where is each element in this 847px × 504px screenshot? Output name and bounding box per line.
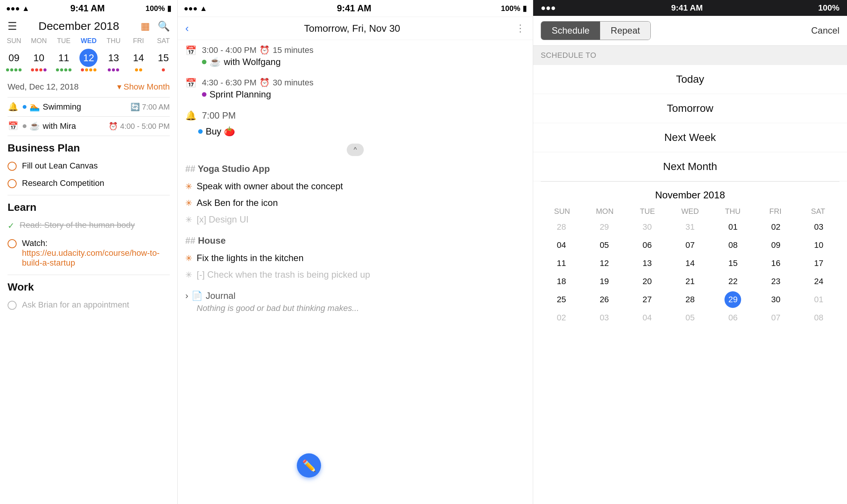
day-11[interactable]: 11: [51, 47, 76, 74]
mini-day[interactable]: 12: [596, 255, 613, 272]
sat-label: SAT: [797, 207, 839, 216]
signal-icon-1: ●●●: [6, 4, 20, 13]
mini-day[interactable]: 24: [810, 273, 827, 290]
task-watch[interactable]: Watch: https://eu.udacity.com/course/how…: [0, 235, 177, 272]
mini-day[interactable]: 21: [682, 273, 698, 290]
status-right-2: 100% ▮: [501, 4, 527, 13]
wifi-icon-1: ▲: [22, 4, 29, 13]
next-month-option[interactable]: Next Month: [533, 152, 847, 181]
event-sprint[interactable]: 📅 4:30 - 6:30 PM ⏰ 30 minutes Sprint Pla…: [178, 73, 533, 105]
agenda-swimming[interactable]: 🔔 🏊 Swimming 🔄 7:00 AM: [0, 97, 177, 116]
day-9[interactable]: 09: [2, 47, 26, 74]
mini-day[interactable]: 29: [596, 219, 613, 235]
mini-day[interactable]: 03: [596, 309, 613, 326]
todo-ask-ben[interactable]: ✳ Ask Ben for the icon: [185, 195, 525, 211]
back-button[interactable]: ‹: [185, 22, 189, 34]
task-research[interactable]: Research Competition: [0, 175, 177, 192]
mini-day[interactable]: 07: [682, 237, 698, 254]
mini-day[interactable]: 02: [553, 309, 570, 326]
mini-day[interactable]: 01: [724, 219, 741, 235]
task-read[interactable]: ✓ Read: Story of the human body: [0, 216, 177, 235]
mini-day[interactable]: 15: [724, 255, 741, 272]
coffee-emoji-1: ☕: [209, 57, 221, 67]
mini-day[interactable]: 30: [768, 291, 784, 308]
day-12[interactable]: 12: [76, 47, 101, 74]
show-month-button[interactable]: ▾ Show Month: [117, 82, 170, 92]
todo-speak[interactable]: ✳ Speak with owner about the concept: [185, 178, 525, 195]
day-15[interactable]: 15: [151, 47, 176, 74]
tomorrow-option[interactable]: Tomorrow: [533, 94, 847, 123]
thu-label: THU: [711, 207, 754, 216]
mini-day[interactable]: 16: [768, 255, 784, 272]
grid-view-icon[interactable]: ▦: [141, 20, 150, 32]
mini-day[interactable]: 22: [724, 273, 741, 290]
mini-day[interactable]: 28: [682, 291, 698, 308]
today-option[interactable]: Today: [533, 65, 847, 94]
mini-day[interactable]: 09: [768, 237, 784, 254]
next-week-option[interactable]: Next Week: [533, 123, 847, 152]
todo-trash[interactable]: ✳ [-] Check when the trash is being pick…: [185, 266, 525, 283]
fab-button[interactable]: ✏️: [297, 453, 321, 478]
time-3: 9:41 AM: [671, 3, 703, 13]
journal-header[interactable]: › 📄 Journal: [185, 291, 525, 301]
schedule-tab[interactable]: Schedule: [541, 22, 600, 40]
day-13[interactable]: 13: [101, 47, 126, 74]
mini-day[interactable]: 06: [639, 237, 656, 254]
cancel-button[interactable]: Cancel: [811, 25, 839, 36]
mini-day[interactable]: 19: [596, 273, 613, 290]
mini-day[interactable]: 06: [724, 309, 741, 326]
more-button[interactable]: ⋮: [515, 23, 525, 34]
todo-design[interactable]: ✳ [x] Design UI: [185, 211, 525, 228]
mini-day-selected[interactable]: 29: [724, 291, 741, 308]
mini-day[interactable]: 13: [639, 255, 656, 272]
mini-day[interactable]: 17: [810, 255, 827, 272]
repeat-tab[interactable]: Repeat: [600, 22, 650, 40]
schedule-top: Schedule Repeat Cancel: [533, 16, 847, 46]
mini-day[interactable]: 05: [596, 237, 613, 254]
mini-day[interactable]: 04: [639, 309, 656, 326]
mini-day[interactable]: 01: [810, 291, 827, 308]
event-wolfgang[interactable]: 📅 3:00 - 4:00 PM ⏰ 15 minutes ☕ with Wol…: [178, 40, 533, 73]
task-brian[interactable]: Ask Brian for an appointment: [0, 296, 177, 314]
mini-day[interactable]: 26: [596, 291, 613, 308]
mini-day[interactable]: 10: [810, 237, 827, 254]
todo-lights[interactable]: ✳ Fix the lights in the kitchen: [185, 250, 525, 266]
task-brian-text: Ask Brian for an appointment: [22, 300, 129, 310]
event-buy[interactable]: 🔔 7:00 PM: [178, 105, 533, 126]
task-lean-canvas[interactable]: Fill out Lean Canvas: [0, 157, 177, 175]
mini-day[interactable]: 02: [768, 219, 784, 235]
mini-day[interactable]: 08: [810, 309, 827, 326]
mini-day[interactable]: 18: [553, 273, 570, 290]
mini-day[interactable]: 11: [553, 255, 570, 272]
dot: [116, 68, 119, 71]
dot: [14, 68, 17, 71]
alarm-icon-2: ⏰: [259, 78, 270, 88]
dot-blue-1: [198, 129, 203, 134]
hamburger-icon[interactable]: ☰: [8, 20, 17, 32]
star-icon-trash: ✳: [185, 270, 192, 280]
mini-day[interactable]: 31: [682, 219, 698, 235]
mini-day[interactable]: 07: [768, 309, 784, 326]
mini-day[interactable]: 25: [553, 291, 570, 308]
mini-day[interactable]: 27: [639, 291, 656, 308]
agenda-mira[interactable]: 📅 ☕ with Mira ⏰ 4:00 - 5:00 PM: [0, 117, 177, 136]
mini-day[interactable]: 04: [553, 237, 570, 254]
status-bar-2: ●●● ▲ 9:41 AM 100% ▮: [178, 0, 533, 17]
mini-day[interactable]: 14: [682, 255, 698, 272]
mini-day[interactable]: 30: [639, 219, 656, 235]
collapse-button[interactable]: ^: [178, 140, 533, 160]
mini-day[interactable]: 05: [682, 309, 698, 326]
task-lean-text: Fill out Lean Canvas: [22, 161, 98, 171]
mini-day[interactable]: 20: [639, 273, 656, 290]
yoga-heading: ## Yoga Studio App: [185, 164, 525, 174]
todo-design-text: [x] Design UI: [197, 214, 248, 225]
todo-speak-text: Speak with owner about the concept: [197, 181, 343, 192]
notif-content: 7:00 PM: [202, 110, 236, 121]
mini-day[interactable]: 08: [724, 237, 741, 254]
day-10[interactable]: 10: [26, 47, 51, 74]
mini-day[interactable]: 28: [553, 219, 570, 235]
search-icon[interactable]: 🔍: [158, 20, 170, 32]
mini-day[interactable]: 23: [768, 273, 784, 290]
day-14[interactable]: 14: [126, 47, 151, 74]
mini-day[interactable]: 03: [810, 219, 827, 235]
